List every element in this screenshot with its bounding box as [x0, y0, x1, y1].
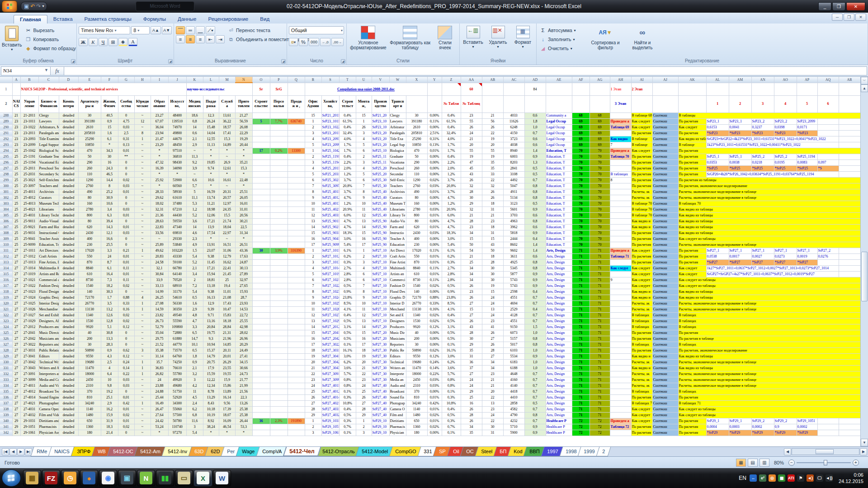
- cell[interactable]: 22,41: [219, 265, 235, 271]
- cell[interactable]: В таблицах: [678, 318, 860, 324]
- cell[interactable]: detailed: [59, 230, 78, 236]
- cell[interactable]: 27: [12, 283, 20, 289]
- column-header-Q[interactable]: Q: [288, 77, 305, 83]
- cell[interactable]: Соотнош: [652, 236, 678, 242]
- cell[interactable]: 27: [461, 371, 482, 377]
- cell[interactable]: 3,1%: [442, 324, 461, 330]
- cell[interactable]: 25-1042: [20, 148, 38, 154]
- cell[interactable]: 8,5%: [339, 300, 356, 306]
- cell[interactable]: [270, 300, 288, 306]
- cell[interactable]: 7,3: [101, 277, 118, 283]
- cell[interactable]: Education, T: [546, 201, 572, 206]
- cell[interactable]: 4,1%: [442, 306, 461, 312]
- cell[interactable]: SrP29_1061: [321, 430, 339, 436]
- cell[interactable]: 3,0%: [442, 353, 461, 359]
- cell[interactable]: SrP25_10: [372, 148, 389, 154]
- cell[interactable]: Arts, Design: [546, 383, 572, 389]
- cell[interactable]: [270, 289, 288, 295]
- cell[interactable]: 3,0%: [442, 236, 461, 242]
- cell[interactable]: [288, 183, 305, 189]
- cell[interactable]: 71: [590, 353, 610, 359]
- cell[interactable]: 36,83: [151, 365, 168, 371]
- column-header-N[interactable]: N: [235, 77, 252, 83]
- cell[interactable]: 18,18: [219, 318, 235, 324]
- font-color-button[interactable]: А: [128, 38, 137, 46]
- cell[interactable]: 31,34: [235, 230, 252, 236]
- cell[interactable]: 10: [101, 377, 118, 383]
- cell[interactable]: 9550: [78, 353, 101, 359]
- cell[interactable]: [252, 201, 270, 206]
- cell[interactable]: 70: [590, 148, 610, 154]
- cell[interactable]: 26,47: [151, 406, 168, 412]
- cell[interactable]: ~: [134, 171, 151, 177]
- vertical-scrollbar[interactable]: ﹀ ▲ ▼: [860, 77, 868, 446]
- cell[interactable]: 25-9041: [20, 236, 38, 242]
- cell[interactable]: Arts, Design: [546, 295, 572, 300]
- cell[interactable]: 21,96: [219, 336, 235, 342]
- cell[interactable]: 72: [572, 424, 590, 430]
- cell[interactable]: *: [151, 171, 168, 177]
- cell[interactable]: 0,22%: [427, 371, 442, 377]
- zoom-slider-thumb[interactable]: [824, 460, 827, 465]
- cell[interactable]: 0,4%: [442, 113, 461, 118]
- cell[interactable]: 28,3: [101, 342, 118, 347]
- cell[interactable]: 0,62: [118, 347, 134, 353]
- cell[interactable]: 9,74: [203, 165, 219, 171]
- cell[interactable]: 5818: [503, 230, 524, 236]
- cell[interactable]: [288, 259, 305, 265]
- cell[interactable]: Reporters: [389, 342, 406, 347]
- cell[interactable]: *SrP27: [774, 259, 797, 265]
- restore-button[interactable]: ❐: [832, 2, 845, 11]
- cell[interactable]: 71: [572, 259, 590, 265]
- cell[interactable]: detailed: [59, 295, 78, 300]
- cell[interactable]: 0,31%: [427, 136, 442, 142]
- cell[interactable]: [252, 312, 270, 318]
- cell[interactable]: 0,02%: [427, 424, 442, 430]
- cell[interactable]: 64760: [168, 353, 186, 359]
- cell[interactable]: SrP27_40: [372, 400, 389, 406]
- cell[interactable]: Designers: [389, 318, 406, 324]
- cell[interactable]: Как видно из таблицы: [678, 365, 860, 371]
- cell[interactable]: ~: [134, 253, 151, 259]
- cell[interactable]: 0,01%: [427, 212, 442, 218]
- cell[interactable]: 28,84: [219, 324, 235, 330]
- cell[interactable]: 19,2: [101, 389, 118, 394]
- cell[interactable]: SrP23_2: [751, 118, 774, 124]
- cell[interactable]: detailed: [59, 201, 78, 206]
- cell[interactable]: detailed: [59, 189, 78, 195]
- cell[interactable]: 70: [590, 165, 610, 171]
- cell[interactable]: Соотнош: [652, 342, 678, 347]
- cell[interactable]: 69810: [168, 230, 186, 236]
- cell[interactable]: [252, 400, 270, 406]
- cell[interactable]: [288, 389, 305, 394]
- cell[interactable]: Legal Occup: [546, 130, 572, 136]
- cell[interactable]: Teacher A: [389, 236, 406, 242]
- cell[interactable]: Соотнош: [652, 218, 678, 224]
- cell[interactable]: 27: [12, 359, 20, 365]
- row-header-295[interactable]: 295: [0, 154, 12, 160]
- cell[interactable]: *SrP29: [774, 430, 797, 436]
- cell[interactable]: Как следует: [631, 148, 652, 154]
- cell[interactable]: 4,0%: [442, 136, 461, 142]
- cell[interactable]: 1,7%: [442, 142, 461, 148]
- cell[interactable]: 71: [590, 377, 610, 383]
- cell[interactable]: 25: [305, 389, 321, 394]
- cell[interactable]: Fashion D: [389, 283, 406, 289]
- cell[interactable]: SrP27_1025: [321, 300, 339, 306]
- cell[interactable]: Соотнош: [652, 377, 678, 383]
- cell[interactable]: SrP27_1027: [321, 312, 339, 318]
- align-bottom-button[interactable]: ⎽: [196, 26, 205, 34]
- cell[interactable]: [270, 430, 288, 436]
- ribbon-tab-Разметка страницы[interactable]: Разметка страницы: [79, 15, 137, 23]
- cell[interactable]: [252, 394, 270, 400]
- cell[interactable]: 2,8%: [442, 277, 461, 283]
- cell[interactable]: 36: [252, 418, 270, 424]
- cell[interactable]: SrP27_1011: [321, 248, 339, 253]
- cell[interactable]: 72: [590, 430, 610, 436]
- cell[interactable]: 13,89: [219, 389, 235, 394]
- cell[interactable]: 0,1%: [339, 430, 356, 436]
- sort-filter-button[interactable]: АЯ▼ Сортировка и фильтр: [587, 24, 623, 50]
- cell[interactable]: 20: [356, 359, 372, 365]
- cell[interactable]: 14,4: [101, 177, 118, 183]
- close-button[interactable]: ✕: [846, 2, 865, 11]
